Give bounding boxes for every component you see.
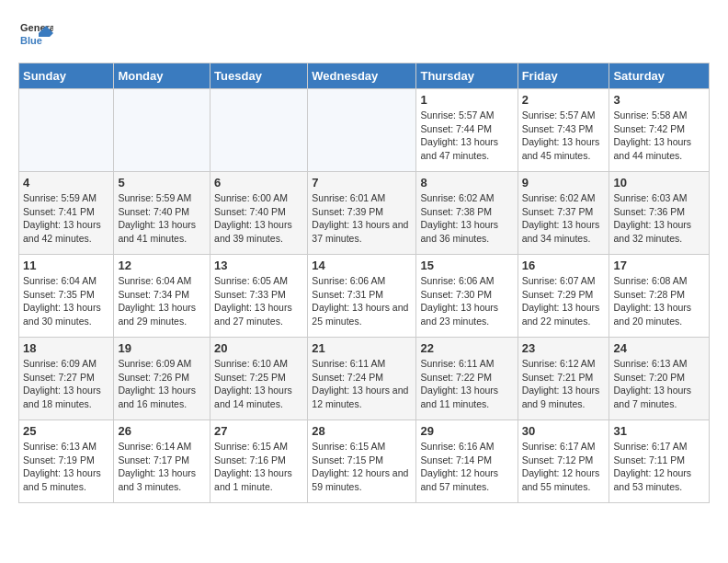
day-info: Sunrise: 6:04 AMSunset: 7:34 PMDaylight:… [118,274,206,328]
calendar-cell: 28Sunrise: 6:15 AMSunset: 7:15 PMDayligh… [308,420,416,503]
day-info: Sunrise: 5:57 AMSunset: 7:44 PMDaylight:… [420,109,513,163]
day-number: 31 [613,424,705,438]
day-info: Sunrise: 6:06 AMSunset: 7:30 PMDaylight:… [420,274,513,328]
calendar-cell: 8Sunrise: 6:02 AMSunset: 7:38 PMDaylight… [416,172,518,255]
calendar-cell: 16Sunrise: 6:07 AMSunset: 7:29 PMDayligh… [518,255,609,338]
logo-svg: General Blue [18,18,53,53]
calendar-cell: 11Sunrise: 6:04 AMSunset: 7:35 PMDayligh… [19,255,114,338]
calendar-cell: 13Sunrise: 6:05 AMSunset: 7:33 PMDayligh… [210,255,308,338]
calendar-cell: 15Sunrise: 6:06 AMSunset: 7:30 PMDayligh… [416,255,518,338]
calendar-cell: 14Sunrise: 6:06 AMSunset: 7:31 PMDayligh… [308,255,416,338]
day-number: 25 [23,424,109,438]
day-number: 28 [312,424,412,438]
week-row-4: 18Sunrise: 6:09 AMSunset: 7:27 PMDayligh… [19,338,710,420]
day-info: Sunrise: 6:06 AMSunset: 7:31 PMDaylight:… [312,274,412,328]
day-info: Sunrise: 5:58 AMSunset: 7:42 PMDaylight:… [613,109,705,163]
day-info: Sunrise: 5:59 AMSunset: 7:41 PMDaylight:… [23,191,109,246]
calendar-cell: 7Sunrise: 6:01 AMSunset: 7:39 PMDaylight… [308,172,416,255]
day-info: Sunrise: 6:07 AMSunset: 7:29 PMDaylight:… [522,274,606,328]
day-number: 12 [118,259,206,272]
day-number: 10 [613,176,705,190]
day-info: Sunrise: 6:05 AMSunset: 7:33 PMDaylight:… [214,274,303,328]
calendar-cell [308,89,416,172]
day-info: Sunrise: 6:04 AMSunset: 7:35 PMDaylight:… [23,274,109,328]
header: General Blue [18,18,710,53]
calendar-header-thursday: Thursday [416,63,518,89]
day-number: 3 [613,93,705,107]
day-info: Sunrise: 6:10 AMSunset: 7:25 PMDaylight:… [214,357,303,411]
week-row-1: 1Sunrise: 5:57 AMSunset: 7:44 PMDaylight… [19,89,710,172]
calendar-header-wednesday: Wednesday [308,63,416,89]
logo: General Blue [18,18,53,53]
day-number: 9 [522,176,606,190]
day-info: Sunrise: 6:15 AMSunset: 7:16 PMDaylight:… [214,440,303,494]
day-info: Sunrise: 6:13 AMSunset: 7:19 PMDaylight:… [23,440,109,494]
day-info: Sunrise: 6:16 AMSunset: 7:14 PMDaylight:… [420,440,513,494]
calendar-cell: 29Sunrise: 6:16 AMSunset: 7:14 PMDayligh… [416,420,518,503]
day-number: 11 [23,259,109,272]
day-info: Sunrise: 6:09 AMSunset: 7:26 PMDaylight:… [118,357,206,411]
day-number: 17 [613,259,705,272]
calendar-cell: 2Sunrise: 5:57 AMSunset: 7:43 PMDaylight… [518,89,609,172]
day-number: 1 [420,93,513,107]
day-info: Sunrise: 6:01 AMSunset: 7:39 PMDaylight:… [312,191,412,246]
calendar-cell: 6Sunrise: 6:00 AMSunset: 7:40 PMDaylight… [210,172,308,255]
day-info: Sunrise: 6:03 AMSunset: 7:36 PMDaylight:… [613,191,705,246]
day-info: Sunrise: 6:17 AMSunset: 7:11 PMDaylight:… [613,440,705,494]
page-container: General Blue SundayMondayTuesdayWednesda… [18,18,710,503]
day-number: 16 [522,259,606,272]
calendar-header-sunday: Sunday [19,63,114,89]
calendar-cell [114,89,210,172]
day-info: Sunrise: 6:00 AMSunset: 7:40 PMDaylight:… [214,191,303,246]
calendar-cell: 26Sunrise: 6:14 AMSunset: 7:17 PMDayligh… [114,420,210,503]
day-number: 6 [214,176,303,190]
calendar-cell [19,89,114,172]
day-info: Sunrise: 6:15 AMSunset: 7:15 PMDaylight:… [312,440,412,494]
calendar-cell: 9Sunrise: 6:02 AMSunset: 7:37 PMDaylight… [518,172,609,255]
calendar-cell: 19Sunrise: 6:09 AMSunset: 7:26 PMDayligh… [114,338,210,420]
calendar-cell: 3Sunrise: 5:58 AMSunset: 7:42 PMDaylight… [609,89,710,172]
calendar-cell: 20Sunrise: 6:10 AMSunset: 7:25 PMDayligh… [210,338,308,420]
day-info: Sunrise: 6:12 AMSunset: 7:21 PMDaylight:… [522,357,606,411]
calendar-cell: 25Sunrise: 6:13 AMSunset: 7:19 PMDayligh… [19,420,114,503]
day-info: Sunrise: 6:02 AMSunset: 7:37 PMDaylight:… [522,191,606,246]
calendar-cell: 23Sunrise: 6:12 AMSunset: 7:21 PMDayligh… [518,338,609,420]
day-number: 26 [118,424,206,438]
day-number: 7 [312,176,412,190]
calendar-cell: 12Sunrise: 6:04 AMSunset: 7:34 PMDayligh… [114,255,210,338]
calendar-cell: 17Sunrise: 6:08 AMSunset: 7:28 PMDayligh… [609,255,710,338]
day-info: Sunrise: 6:08 AMSunset: 7:28 PMDaylight:… [613,274,705,328]
day-info: Sunrise: 6:17 AMSunset: 7:12 PMDaylight:… [522,440,606,494]
day-number: 15 [420,259,513,272]
calendar-cell: 31Sunrise: 6:17 AMSunset: 7:11 PMDayligh… [609,420,710,503]
calendar-cell: 30Sunrise: 6:17 AMSunset: 7:12 PMDayligh… [518,420,609,503]
day-number: 23 [522,341,606,355]
day-number: 30 [522,424,606,438]
day-info: Sunrise: 6:02 AMSunset: 7:38 PMDaylight:… [420,191,513,246]
day-info: Sunrise: 5:57 AMSunset: 7:43 PMDaylight:… [522,109,606,163]
calendar-header-friday: Friday [518,63,609,89]
day-info: Sunrise: 6:09 AMSunset: 7:27 PMDaylight:… [23,357,109,411]
day-number: 18 [23,341,109,355]
calendar-cell: 5Sunrise: 5:59 AMSunset: 7:40 PMDaylight… [114,172,210,255]
calendar-header-tuesday: Tuesday [210,63,308,89]
calendar-cell: 18Sunrise: 6:09 AMSunset: 7:27 PMDayligh… [19,338,114,420]
day-number: 22 [420,341,513,355]
day-number: 21 [312,341,412,355]
day-number: 5 [118,176,206,190]
day-number: 13 [214,259,303,272]
calendar-cell: 21Sunrise: 6:11 AMSunset: 7:24 PMDayligh… [308,338,416,420]
calendar-cell [210,89,308,172]
calendar-header-monday: Monday [114,63,210,89]
svg-text:Blue: Blue [20,35,42,46]
week-row-3: 11Sunrise: 6:04 AMSunset: 7:35 PMDayligh… [19,255,710,338]
calendar-cell: 27Sunrise: 6:15 AMSunset: 7:16 PMDayligh… [210,420,308,503]
calendar-cell: 24Sunrise: 6:13 AMSunset: 7:20 PMDayligh… [609,338,710,420]
week-row-5: 25Sunrise: 6:13 AMSunset: 7:19 PMDayligh… [19,420,710,503]
calendar-header-saturday: Saturday [609,63,710,89]
day-number: 24 [613,341,705,355]
week-row-2: 4Sunrise: 5:59 AMSunset: 7:41 PMDaylight… [19,172,710,255]
day-info: Sunrise: 5:59 AMSunset: 7:40 PMDaylight:… [118,191,206,246]
day-info: Sunrise: 6:14 AMSunset: 7:17 PMDaylight:… [118,440,206,494]
day-number: 29 [420,424,513,438]
